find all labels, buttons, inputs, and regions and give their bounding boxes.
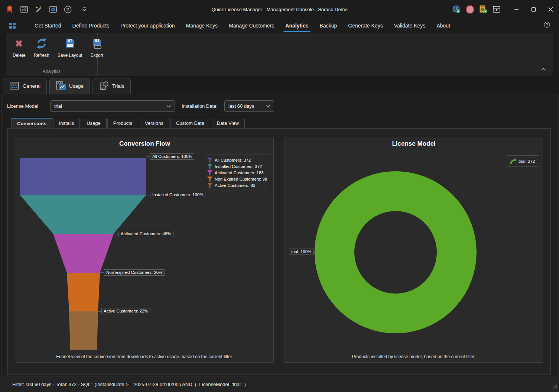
app-logo-ribbon-icon[interactable]	[5, 5, 14, 14]
subtab-installs[interactable]: Installs	[53, 118, 80, 129]
export-button[interactable]: Export	[87, 36, 106, 59]
donut-slice-label: trial: 100%	[289, 249, 313, 255]
help-icon[interactable]: ?	[63, 5, 72, 14]
close-button[interactable]	[542, 0, 559, 19]
chevron-down-icon	[166, 103, 171, 109]
wizard-icon[interactable]	[34, 5, 43, 14]
funnel-glyph-icon	[207, 170, 212, 175]
conversion-flow-caption: Funnel view of the conversion from downl…	[16, 354, 273, 359]
collapse-ribbon-chevron-icon[interactable]	[540, 66, 546, 72]
subtab-data-view[interactable]: Data View	[211, 118, 245, 129]
ribbon-tab-validate-keys[interactable]: Validate Keys	[389, 19, 431, 33]
tab-usage[interactable]: Usage	[49, 78, 90, 94]
license-model-select[interactable]: trial	[50, 100, 175, 112]
funnel-glyph-icon	[207, 183, 212, 188]
funnel-stage-label: Installed Customers: 100%	[150, 192, 205, 198]
legend-label: All Customers: 372	[215, 158, 251, 162]
conversion-flow-chart-panel: Conversion Flow All Customers: 100% Inst…	[16, 137, 274, 363]
legend-item: Active Customers: 83	[207, 183, 268, 188]
customize-chevron-icon[interactable]	[80, 5, 89, 14]
export-button-label: Export	[90, 53, 103, 58]
settings-box-icon[interactable]	[49, 5, 58, 14]
usage-chart-icon	[56, 81, 66, 92]
funnel-stage-label: All Customers: 100%	[150, 153, 194, 160]
tab-trials-label: Trials	[112, 83, 124, 89]
ribbon-tab-generate-keys[interactable]: Generate Keys	[342, 19, 388, 33]
subtab-versions[interactable]: Versions	[139, 118, 169, 129]
ribbon-group-analytics: Delete Refresh	[6, 33, 98, 76]
ribbon-tab-about[interactable]: About	[431, 19, 456, 33]
ribbon-panel: Delete Refresh	[6, 33, 553, 76]
arc-glyph-icon	[510, 159, 516, 164]
legend-label: trial: 372	[519, 159, 535, 163]
license-model-caption: Products installed by license model, bas…	[285, 354, 543, 359]
delete-button-label: Delete	[13, 53, 26, 58]
tab-general-label: General	[23, 83, 40, 89]
funnel-stage-label: Non Expired Customers: 26%	[104, 269, 165, 276]
funnel-legend: All Customers: 372 Installed Customers: …	[204, 155, 271, 191]
ribbon-tab-get-started[interactable]: Get Started	[29, 19, 67, 33]
tab-usage-label: Usage	[69, 83, 84, 89]
ribbon-tab-manage-customers[interactable]: Manage Customers	[223, 19, 280, 33]
conversions-panel: Conversion Flow All Customers: 100% Inst…	[7, 128, 551, 375]
funnel-glyph-icon	[207, 158, 212, 163]
app-menu-icon[interactable]	[9, 22, 16, 29]
legend-item: Non Expired Customers: 98	[207, 176, 268, 182]
status-bar: Filter: last 60 days - Total: 372 - SQL:…	[0, 376, 559, 392]
license-model-label: License Model	[7, 103, 38, 109]
license-model-value: trial	[54, 103, 62, 109]
tasks-clipboard-icon[interactable]	[479, 5, 488, 14]
titlebar-left-icons: ?	[5, 0, 89, 19]
dashboard-icon[interactable]	[20, 5, 29, 14]
ribbon-tab-manage-keys[interactable]: Manage Keys	[181, 19, 224, 33]
refresh-button[interactable]: Refresh	[31, 36, 52, 59]
subtab-conversions[interactable]: Conversions	[11, 118, 52, 129]
tab-general[interactable]: General	[3, 78, 47, 94]
view-tab-strip: General Usage	[3, 78, 131, 94]
funnel-stage-label: Activated Customers: 49%	[118, 231, 173, 237]
tab-trials[interactable]: Trials	[92, 78, 131, 94]
installation-date-select[interactable]: last 60 days	[224, 100, 274, 112]
sync-clock-icon[interactable]	[452, 5, 461, 14]
installation-date-label: Installation Date:	[182, 103, 218, 109]
titlebar-status-icons	[452, 5, 501, 14]
funnel-glyph-icon	[207, 176, 212, 182]
export-icon	[91, 38, 103, 51]
analytics-subtab-strip: Conversions Installs Usage Products Vers…	[11, 118, 245, 129]
subtab-custom-data[interactable]: Custom Data	[170, 118, 210, 129]
funnel-glyph-icon	[207, 164, 212, 169]
ribbon-help-icon[interactable]: ?	[544, 22, 550, 29]
delete-icon	[13, 38, 25, 51]
legend-label: Active Customers: 83	[215, 183, 255, 188]
subtab-products[interactable]: Products	[107, 118, 138, 129]
legend-item: All Customers: 372	[207, 158, 268, 163]
save-layout-button-label: Save Layout	[58, 53, 82, 58]
trials-notepad-clock-icon	[99, 81, 109, 92]
ribbon-tab-protect-your-application[interactable]: Protect your application	[115, 19, 180, 33]
maximize-button[interactable]	[525, 0, 542, 19]
legend-item: Installed Customers: 372	[207, 164, 268, 169]
save-icon	[64, 38, 76, 51]
minimize-button[interactable]	[508, 0, 525, 19]
stop-octagon-icon[interactable]	[465, 5, 474, 14]
svg-text:?: ?	[66, 7, 69, 12]
ribbon-tab-define-products[interactable]: Define Products	[67, 19, 115, 33]
ribbon-display-options-icon[interactable]	[492, 5, 501, 14]
ribbon-tab-strip: Get Started Define Products Protect your…	[0, 19, 559, 33]
save-layout-button[interactable]: Save Layout	[55, 36, 85, 59]
delete-button[interactable]: Delete	[10, 36, 29, 59]
installation-date-value: last 60 days	[228, 103, 254, 109]
filter-status-text: Filter: last 60 days - Total: 372 - SQL:…	[12, 376, 246, 392]
license-model-chart-panel: License Model trial: 100% trial: 372 Pro…	[285, 137, 543, 363]
resize-grip[interactable]	[553, 383, 557, 390]
refresh-button-label: Refresh	[34, 53, 49, 58]
ribbon-tab-analytics[interactable]: Analytics	[280, 19, 314, 33]
refresh-icon	[36, 38, 48, 51]
subtab-usage[interactable]: Usage	[81, 118, 107, 129]
ribbon-group-label: Analytics	[6, 69, 97, 74]
funnel-stage-label: Active Customers: 22%	[101, 308, 150, 314]
ribbon-tab-backup[interactable]: Backup	[314, 19, 343, 33]
donut-chart	[285, 137, 543, 363]
legend-label: Activated Customers: 183	[215, 171, 264, 175]
legend-label: Non Expired Customers: 98	[215, 177, 267, 181]
